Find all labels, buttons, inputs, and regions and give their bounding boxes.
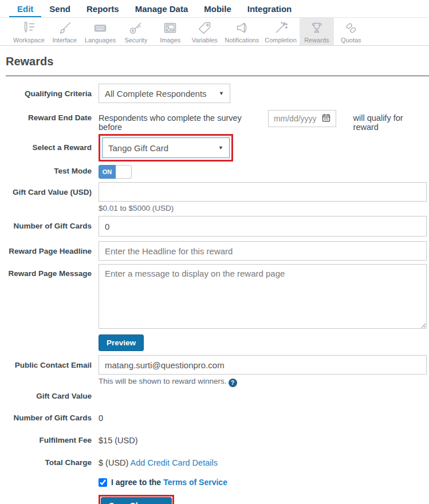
- notifications-icon: [234, 21, 249, 36]
- nav-tab-edit[interactable]: Edit: [9, 2, 41, 17]
- reward-end-date-row: Reward End Date Respondents who complete…: [0, 109, 429, 132]
- fulfilment-fee-label: Fulfilment Fee: [0, 436, 92, 445]
- page-title: Rewards: [6, 55, 429, 68]
- toolbar-item-workspace[interactable]: Workspace: [10, 18, 48, 45]
- reward-end-date-label: Reward End Date: [0, 109, 92, 122]
- rewards-settings-panel: Rewards Qualifying Criteria All Complete…: [0, 55, 429, 504]
- summary-number-of-gift-cards: 0: [99, 414, 103, 423]
- nav-tab-mobile[interactable]: Mobile: [196, 2, 239, 17]
- nav-tab-send[interactable]: Send: [41, 2, 78, 17]
- agree-checkbox[interactable]: [99, 478, 107, 487]
- toolbar-item-interface[interactable]: Interface: [48, 18, 82, 45]
- gift-card-value-row: Gift Card Value (USD) $0.01 to $5000 (US…: [0, 182, 429, 212]
- completion-icon: [273, 21, 288, 36]
- select-reward-value: Tango Gift Card: [108, 143, 168, 153]
- summary-gift-card-value-row: Gift Card Value: [0, 392, 429, 400]
- annotation-highlight-select-reward: Tango Gift Card ▼: [99, 134, 233, 162]
- select-reward-label: Select a Reward: [0, 134, 92, 152]
- workspace-icon: [21, 21, 36, 36]
- gift-card-value-input[interactable]: [99, 182, 427, 202]
- toolbar-item-label: Notifications: [225, 37, 259, 44]
- reward-end-date-input[interactable]: mm/dd/yyyy: [268, 110, 336, 127]
- qualifying-criteria-value: All Complete Respondents: [105, 89, 207, 99]
- number-of-gift-cards-label: Number of Gift Cards: [0, 216, 92, 230]
- summary-number-of-gift-cards-label: Number of Gift Cards: [0, 414, 92, 423]
- toolbar-item-label: Interface: [52, 37, 77, 44]
- toolbar-item-label: Workspace: [13, 37, 45, 44]
- number-of-gift-cards-input[interactable]: [99, 216, 427, 237]
- test-mode-toggle[interactable]: ON: [99, 165, 132, 179]
- total-charge-label: Total Charge: [0, 458, 92, 467]
- annotation-highlight-save: Save Changes: [99, 495, 174, 504]
- summary-gift-card-value-label: Gift Card Value: [0, 392, 92, 400]
- select-reward-select[interactable]: Tango Gift Card ▼: [102, 137, 230, 158]
- toolbar-item-quotas[interactable]: Quotas: [334, 18, 368, 45]
- save-changes-button[interactable]: Save Changes: [101, 497, 172, 504]
- gift-card-value-hint: $0.01 to $5000 (USD): [99, 204, 427, 212]
- toolbar-item-label: Rewards: [304, 37, 329, 44]
- gift-card-value-label: Gift Card Value (USD): [0, 182, 92, 196]
- toggle-on-segment: ON: [99, 165, 116, 179]
- preview-button[interactable]: Preview: [99, 334, 144, 351]
- hint-text: This will be shown to reward winners.: [99, 377, 227, 385]
- chevron-down-icon: ▼: [218, 145, 223, 151]
- toolbar-item-label: Security: [124, 37, 147, 44]
- toolbar-item-label: Images: [160, 37, 180, 44]
- fulfilment-fee-value: $15 (USD): [99, 436, 138, 445]
- security-icon: [128, 21, 143, 36]
- total-charge-row: Total Charge $ (USD) Add Credit Card Det…: [0, 458, 429, 467]
- reward-page-headline-input[interactable]: [99, 241, 427, 261]
- calendar-icon[interactable]: [322, 113, 330, 124]
- qualifying-criteria-label: Qualifying Criteria: [0, 84, 92, 98]
- total-charge-value: $ (USD) Add Credit Card Details: [99, 458, 218, 467]
- reward-end-date-suffix: will qualify for reward: [353, 109, 427, 132]
- date-placeholder: mm/dd/yyyy: [274, 114, 317, 123]
- reward-page-message-row: Reward Page Message: [0, 264, 429, 331]
- toolbar-item-notifications[interactable]: Notifications: [222, 18, 262, 45]
- total-charge-amount: $ (USD): [99, 458, 128, 467]
- images-icon: [163, 21, 178, 36]
- toolbar-item-completion[interactable]: Completion: [262, 18, 300, 45]
- number-of-gift-cards-row: Number of Gift Cards: [0, 216, 429, 237]
- reward-end-date-prefix: Respondents who complete the survey befo…: [99, 109, 259, 132]
- toolbar-item-rewards[interactable]: Rewards: [300, 18, 334, 45]
- select-reward-row: Select a Reward Tango Gift Card ▼: [0, 134, 429, 162]
- nav-tab-reports[interactable]: Reports: [78, 2, 127, 17]
- public-contact-email-label: Public Contact Email: [0, 355, 92, 369]
- toolbar-item-label: Completion: [265, 37, 297, 44]
- add-credit-card-details-link[interactable]: Add Credit Card Details: [131, 458, 218, 467]
- chevron-down-icon: ▼: [219, 90, 224, 96]
- quotas-icon: [344, 21, 359, 36]
- toolbar-item-label: Quotas: [341, 37, 361, 44]
- toolbar-item-security[interactable]: Security: [119, 18, 153, 45]
- variables-icon: [197, 21, 212, 36]
- nav-tab-manage-data[interactable]: Manage Data: [127, 2, 196, 17]
- rewards-icon: [309, 21, 324, 36]
- public-contact-email-hint: This will be shown to reward winners.?: [99, 377, 427, 387]
- reward-page-headline-row: Reward Page Headline: [0, 241, 429, 261]
- top-nav: Edit Send Reports Manage Data Mobile Int…: [0, 0, 429, 17]
- reward-page-message-label: Reward Page Message: [0, 264, 92, 278]
- agree-text: I agree to the: [111, 478, 161, 487]
- reward-page-message-textarea[interactable]: [99, 264, 427, 329]
- fulfilment-fee-row: Fulfilment Fee $15 (USD): [0, 436, 429, 445]
- toolbar-item-variables[interactable]: Variables: [187, 18, 222, 45]
- toggle-off-segment: [116, 165, 132, 179]
- toolbar-item-label: Variables: [192, 37, 218, 44]
- terms-of-service-link[interactable]: Terms of Service: [163, 478, 227, 487]
- summary-number-of-gift-cards-row: Number of Gift Cards 0: [0, 414, 429, 423]
- reward-page-headline-label: Reward Page Headline: [0, 241, 92, 255]
- help-icon[interactable]: ?: [229, 379, 237, 387]
- qualifying-criteria-row: Qualifying Criteria All Complete Respond…: [0, 84, 429, 103]
- test-mode-label: Test Mode: [0, 164, 92, 175]
- nav-tab-integration[interactable]: Integration: [239, 2, 300, 17]
- languages-icon: [93, 21, 108, 36]
- toolbar-item-label: Languages: [85, 37, 116, 44]
- public-contact-email-row: Public Contact Email This will be shown …: [0, 355, 429, 387]
- toolbar-item-images[interactable]: Images: [153, 18, 187, 45]
- public-contact-email-input[interactable]: [99, 355, 427, 375]
- test-mode-row: Test Mode ON: [0, 164, 429, 179]
- qualifying-criteria-select[interactable]: All Complete Respondents ▼: [99, 84, 230, 103]
- toolbar-item-languages[interactable]: Languages: [82, 18, 119, 45]
- terms-agreement-row: I agree to the Terms of Service: [99, 478, 429, 487]
